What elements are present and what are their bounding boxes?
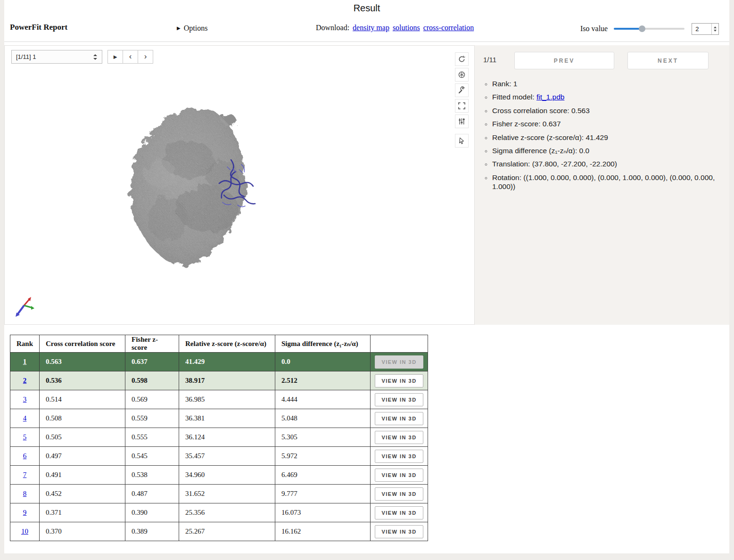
relative-cell: 36.124 — [179, 428, 275, 447]
rank-header: Rank — [10, 335, 40, 353]
view-in-3d-button[interactable]: VIEW IN 3D — [375, 487, 423, 501]
spin-icon[interactable] — [455, 52, 469, 66]
rank-link[interactable]: 7 — [23, 471, 27, 478]
view-in-3d-button[interactable]: VIEW IN 3D — [375, 469, 423, 482]
sigma-cell: 6.469 — [275, 466, 371, 485]
detail-sigma-difference: Sigma difference (z₁-zₙ/α): 0.0 — [492, 146, 721, 155]
table-row[interactable]: 2 0.536 0.598 38.917 2.512 VIEW IN 3D — [10, 371, 428, 390]
fisher-cell: 0.569 — [125, 390, 179, 409]
spinner-up-icon[interactable] — [714, 26, 717, 28]
rank-link[interactable]: 3 — [23, 395, 27, 403]
sigma-cell: 9.777 — [275, 485, 371, 503]
table-row[interactable]: 6 0.497 0.545 35.457 5.972 VIEW IN 3D — [10, 447, 428, 466]
detail-rank: Rank: 1 — [492, 79, 721, 88]
table-row[interactable]: 1 0.563 0.637 41.429 0.0 VIEW IN 3D — [10, 353, 428, 371]
options-label: Options — [184, 24, 208, 32]
relative-cell: 36.381 — [179, 409, 275, 428]
table-row[interactable]: 10 0.370 0.389 25.267 16.162 VIEW IN 3D — [10, 522, 428, 541]
rank-link[interactable]: 8 — [23, 490, 27, 497]
view-in-3d-button[interactable]: VIEW IN 3D — [375, 431, 423, 444]
fisher-cell: 0.389 — [125, 522, 179, 541]
relative-cell: 35.457 — [179, 447, 275, 466]
download-cross-correlation-link[interactable]: cross-correlation — [423, 24, 474, 32]
rank-link[interactable]: 10 — [21, 527, 28, 535]
center-icon[interactable] — [455, 68, 469, 82]
sigma-cell: 5.305 — [275, 428, 371, 447]
relative-cell: 31.652 — [179, 485, 275, 503]
options-toggle[interactable]: ▶Options — [177, 24, 207, 33]
wrench-icon[interactable] — [455, 83, 469, 97]
frame-select-value: [1/11] 1 — [16, 53, 93, 60]
density-map-render[interactable] — [118, 103, 280, 275]
sigma-header: Sigma difference (z₁-zₙ/α) — [275, 335, 371, 353]
sort-arrows-icon — [93, 54, 98, 60]
relative-cell: 25.267 — [179, 522, 275, 541]
slider-thumb[interactable] — [639, 25, 645, 32]
step-back-button[interactable]: ‹ — [123, 50, 138, 64]
table-row[interactable]: 7 0.491 0.538 34.960 6.469 VIEW IN 3D — [10, 466, 428, 485]
powerfit-report-page: Result PowerFit Report ▶Options Download… — [4, 0, 729, 553]
fitted-model-link[interactable]: fit_1.pdb — [536, 93, 564, 101]
settings-icon[interactable] — [455, 115, 469, 128]
fisher-cell: 0.545 — [125, 447, 179, 466]
table-row[interactable]: 4 0.508 0.559 36.381 5.048 VIEW IN 3D — [10, 409, 428, 428]
next-button[interactable]: NEXT — [627, 52, 709, 69]
prev-button[interactable]: PREV — [514, 52, 614, 69]
rank-link[interactable]: 9 — [23, 509, 27, 516]
ccs-header: Cross correlation score — [40, 335, 125, 353]
fisher-cell: 0.555 — [125, 428, 179, 447]
triangle-right-icon: ▶ — [177, 25, 181, 31]
rank-link[interactable]: 6 — [23, 452, 27, 460]
view-in-3d-button[interactable]: VIEW IN 3D — [375, 450, 423, 463]
view-in-3d-button[interactable]: VIEW IN 3D — [375, 355, 423, 369]
iso-value-text: 2 — [692, 25, 711, 33]
ccs-cell: 0.497 — [40, 447, 125, 466]
view-in-3d-button[interactable]: VIEW IN 3D — [375, 412, 423, 425]
ccs-cell: 0.563 — [40, 353, 125, 371]
iso-value-slider[interactable] — [614, 25, 685, 33]
play-button[interactable]: ▶ — [107, 50, 123, 64]
results-table: Rank Cross correlation score Fisher z-sc… — [10, 335, 428, 541]
ccs-cell: 0.505 — [40, 428, 125, 447]
rank-link[interactable]: 4 — [23, 414, 27, 422]
rank-link[interactable]: 1 — [23, 358, 27, 365]
fisher-cell: 0.538 — [125, 466, 179, 485]
spinner-down-icon[interactable] — [714, 30, 717, 32]
view-in-3d-button[interactable]: VIEW IN 3D — [375, 506, 423, 519]
viewer-toolbar — [455, 52, 469, 149]
download-density-map-link[interactable]: density map — [353, 24, 389, 32]
table-row[interactable]: 8 0.452 0.487 31.652 9.777 VIEW IN 3D — [10, 485, 428, 503]
table-row[interactable]: 3 0.514 0.569 36.985 4.444 VIEW IN 3D — [10, 390, 428, 409]
detail-relative-zscore: Relative z-score (z-score/α): 41.429 — [492, 133, 721, 142]
rank-link[interactable]: 5 — [23, 433, 27, 441]
detail-fisher-zscore: Fisher z-score: 0.637 — [492, 119, 721, 128]
header: Result PowerFit Report ▶Options Download… — [4, 0, 729, 42]
download-solutions-link[interactable]: solutions — [393, 24, 420, 32]
fisher-header: Fisher z-score — [125, 335, 179, 353]
table-row[interactable]: 5 0.505 0.555 36.124 5.305 VIEW IN 3D — [10, 428, 428, 447]
sigma-cell: 16.162 — [275, 522, 371, 541]
view-in-3d-button[interactable]: VIEW IN 3D — [375, 393, 423, 406]
step-forward-button[interactable]: › — [138, 50, 153, 64]
fullscreen-icon[interactable] — [455, 99, 469, 113]
view-in-3d-button[interactable]: VIEW IN 3D — [375, 374, 423, 387]
slider-track — [614, 28, 685, 30]
density-map-blob — [118, 103, 280, 275]
fitted-model-label: Fitted model: — [492, 93, 536, 101]
download-links: Download:density mapsolutionscross-corre… — [316, 24, 474, 32]
fit-pager: 1/11 PREV NEXT — [482, 52, 721, 73]
view-in-3d-button[interactable]: VIEW IN 3D — [375, 525, 423, 538]
fisher-cell: 0.390 — [125, 503, 179, 522]
relative-cell: 36.985 — [179, 390, 275, 409]
fit-details-panel: 1/11 PREV NEXT Rank: 1 Fitted model: fit… — [475, 45, 729, 325]
detail-cross-correlation: Cross correlation score: 0.563 — [492, 106, 721, 115]
fisher-cell: 0.598 — [125, 371, 179, 390]
spinner-buttons[interactable] — [711, 24, 718, 34]
table-row[interactable]: 9 0.371 0.390 25.356 16.073 VIEW IN 3D — [10, 503, 428, 522]
fit-position: 1/11 — [483, 56, 496, 64]
sigma-cell: 5.972 — [275, 447, 371, 466]
rank-link[interactable]: 2 — [23, 377, 27, 384]
frame-select[interactable]: [1/11] 1 — [11, 50, 102, 64]
pointer-icon[interactable] — [455, 134, 469, 148]
iso-value-input[interactable]: 2 — [692, 23, 719, 35]
